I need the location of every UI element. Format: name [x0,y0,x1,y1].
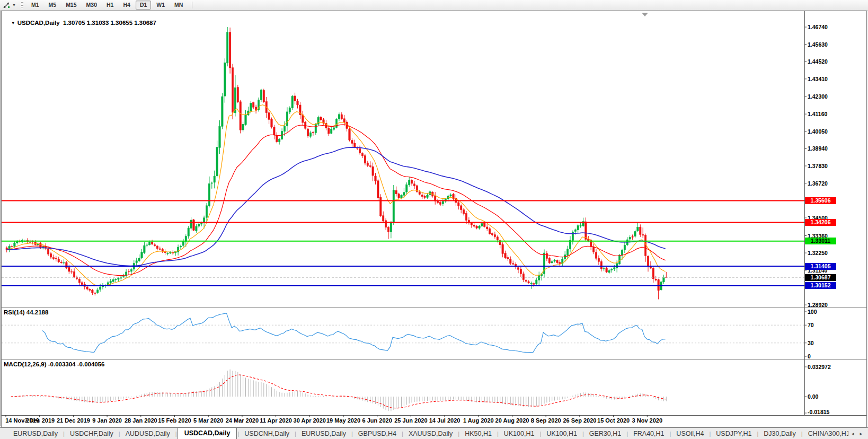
price-axis-label: 1.32250 [808,250,840,257]
chart-title: ▼USDCAD,Daily 1.30705 1.31033 1.30655 1.… [4,13,156,32]
timeframe-button-m30[interactable]: M30 [82,1,101,10]
chart-tab-gbpusd-h4[interactable]: GBPUSD,H4 [353,428,401,439]
chart-ohlc-label: 1.30705 1.31033 1.30655 1.30687 [63,20,156,26]
rsi-axis-label: 70 [808,322,840,329]
price-line-label[interactable]: 1.31405 [805,263,836,270]
dropdown-caret-icon[interactable]: ▼ [12,3,16,7]
timeframe-button-mn[interactable]: MN [170,1,187,10]
chart-tab-ger30-h1[interactable]: GER30,H1 [584,428,626,439]
price-axis-label: 1.44520 [808,58,840,65]
timeframe-toolbar: M1M5M15M30H1H4D1W1MN [26,0,188,10]
chart-tab-dj30-daily[interactable]: DJ30,Daily [759,428,800,439]
chart-tab-eurusd-daily[interactable]: EURUSD,Daily [297,428,351,439]
chart-tab-eurusd-daily[interactable]: EURUSD,Daily [8,428,63,439]
tab-scroll-left-icon[interactable]: ◄ [848,431,857,437]
chart-tab-usdchf-daily[interactable]: USDCHF,Daily [65,428,118,439]
rsi-axis-label: 100 [808,309,840,315]
macd-axis-label: 0.032972 [808,364,840,371]
timeframe-button-d1[interactable]: D1 [136,1,151,10]
chart-tab-audusd-daily[interactable]: AUDUSD,Daily [121,428,175,439]
price-axis-label: 1.41160 [808,111,840,118]
price-axis-label: 1.46740 [808,24,840,31]
top-toolbar: ▼ M1M5M15M30H1H4D1W1MN [0,0,868,11]
chart-canvas[interactable] [2,11,866,426]
price-axis-label: 1.38940 [808,145,840,152]
rsi-axis-label: 30 [808,340,840,347]
timeframe-button-w1[interactable]: W1 [152,1,169,10]
macd-label: MACD(12,26,9) -0.003304 -0.004056 [4,361,105,367]
chart-menu-arrow-icon[interactable]: ▼ [11,21,15,25]
macd-axis-label: 0.00 [808,393,840,400]
rsi-label: RSI(14) 44.2188 [4,309,48,315]
price-axis-label: 1.36720 [808,180,840,187]
chart-tab-usdjpy-h1[interactable]: USDJPY,H1 [711,428,756,439]
timeframe-button-m5[interactable]: M5 [45,1,61,10]
chart-tab-china300-h1[interactable]: CHINA300,H1 [803,428,849,439]
price-line-label[interactable]: 1.30687 [805,274,836,281]
toolbar-separator [192,2,192,8]
chart-tab-list: EURUSD,Daily|USDCHF,Daily|AUDUSD,Daily|U… [0,428,848,439]
chart-tab-xauusd-daily[interactable]: XAUUSD,Daily [404,428,457,439]
window-edge [0,11,1,426]
price-axis-label: 1.43410 [808,76,840,83]
toolbar-grip[interactable] [21,2,23,8]
chart-background [2,11,866,426]
chart-tab-uk100-h1[interactable]: UK100,H1 [542,428,582,439]
price-axis-label: 1.37830 [808,163,840,170]
macd-axis-label: -0.01815 [808,409,840,416]
price-axis-label: 1.28920 [808,302,840,309]
price-axis-label: 1.45630 [808,41,840,48]
timeframe-button-h4[interactable]: H4 [119,1,134,10]
timeframe-button-m15[interactable]: M15 [61,1,81,10]
crosshair-tool-icon [3,2,11,9]
chart-symbol-label: USDCAD,Daily [17,20,60,26]
chart-tab-hk50-h1[interactable]: HK50,H1 [460,428,497,439]
price-line-label[interactable]: 1.35606 [805,197,836,204]
price-line-label[interactable]: 1.30152 [805,282,836,289]
price-axis-label: 1.42300 [808,93,840,100]
tab-scroll-controls: ◄ ► [848,428,868,439]
chart-window: ▼USDCAD,Daily 1.30705 1.31033 1.30655 1.… [1,11,867,427]
price-line-label[interactable]: 1.34206 [805,219,836,226]
chart-tab-usoil-h4[interactable]: USOil,H4 [671,428,708,439]
crosshair-tool-button[interactable]: ▼ [1,1,17,10]
chart-tab-usdcad-daily[interactable]: USDCAD,Daily [178,428,237,439]
price-axis-label: 1.40050 [808,128,840,135]
chart-tab-fra40-h1[interactable]: FRA40,H1 [628,428,669,439]
rsi-axis-label: 0 [808,353,840,360]
tab-scroll-right-icon[interactable]: ► [857,431,865,437]
timeframe-button-h1[interactable]: H1 [102,1,118,10]
timeframe-button-m1[interactable]: M1 [27,1,43,10]
chart-tab-uk100-h1[interactable]: UK100,H1 [499,428,539,439]
chart-tab-bar: EURUSD,Daily|USDCHF,Daily|AUDUSD,Daily|U… [0,427,868,439]
chart-tab-usdcnh-daily[interactable]: USDCNH,Daily [240,428,294,439]
price-line-label[interactable]: 1.33011 [805,238,836,244]
date-axis-label: 3 Nov 2020 [627,417,667,424]
